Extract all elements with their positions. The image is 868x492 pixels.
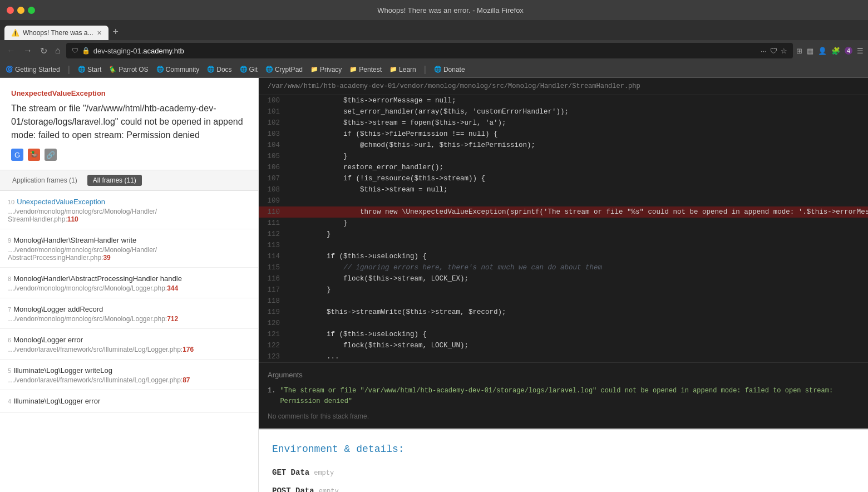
titlebar: Whoops! There was an error. - Mozilla Fi…	[0, 0, 868, 20]
bookmark-label: CryptPad	[275, 66, 303, 73]
tab-close-button[interactable]: ✕	[97, 29, 102, 37]
env-details: Environment & details: GET Data empty PO…	[259, 429, 868, 492]
lock-icon: 🔒	[82, 47, 90, 55]
bookmark-privacy[interactable]: 📁 Privacy	[310, 66, 342, 73]
code-viewer[interactable]: 100 $this->errorMessage = null; 101 set_…	[259, 95, 868, 492]
bookmark-label: Getting Started	[15, 66, 60, 73]
url-domain: academy.htb	[143, 47, 184, 55]
firefox-icon[interactable]: 4	[845, 47, 852, 55]
bookmark-donate[interactable]: 🌐 Donate	[434, 66, 465, 73]
sync-icon[interactable]: 👤	[818, 47, 827, 55]
tab-favicon: ⚠️	[11, 29, 19, 37]
stack-frame-4[interactable]: 4Illuminate\Log\Logger error	[0, 390, 258, 413]
code-line-106: 106 restore_error_handler();	[259, 162, 868, 173]
frame-filters: Application frames (1) All frames (11)	[0, 170, 258, 191]
url-prefix: dev-staging-01.	[93, 47, 144, 55]
main-content: UnexpectedValueException The stream or f…	[0, 78, 868, 492]
bookmark-parrot[interactable]: 🦜 Parrot OS	[109, 66, 148, 73]
post-data-label: POST Data	[272, 485, 314, 492]
get-data-label: GET Data	[272, 466, 309, 479]
stack-frame-8[interactable]: 8Monolog\Handler\AbstractProcessingHandl…	[0, 268, 258, 298]
bookmark-star-icon[interactable]: ☆	[781, 47, 787, 55]
stack-frame-6[interactable]: 6Monolog\Logger error …/vendor/laravel/f…	[0, 329, 258, 360]
code-line-108: 108 $this->stream = null;	[259, 184, 868, 195]
code-line-103: 103 if ($this->filePermission !== null) …	[259, 129, 868, 140]
code-line-114: 114 if ($this->useLocking) {	[259, 251, 868, 262]
close-button[interactable]	[7, 7, 14, 14]
duck-icon[interactable]: 🦆	[28, 149, 40, 161]
address-bar[interactable]: 🛡 🔒 dev-staging-01.academy.htb ··· 🛡 ☆	[66, 43, 793, 58]
donate-icon: 🌐	[434, 66, 442, 73]
google-icon[interactable]: G	[11, 149, 23, 161]
post-data-row: POST Data empty	[272, 485, 855, 492]
url-display: dev-staging-01.academy.htb	[93, 47, 757, 55]
privacy-icon: 📁	[310, 66, 318, 73]
get-data-row: GET Data empty	[272, 466, 855, 479]
bookmark-git[interactable]: 🌐 Git	[240, 66, 258, 73]
application-frames-filter[interactable]: Application frames (1)	[7, 175, 83, 186]
maximize-button[interactable]	[28, 7, 35, 14]
navbar: ← → ↻ ⌂ 🛡 🔒 dev-staging-01.academy.htb ·…	[0, 40, 868, 61]
error-message: The stream or file "/var/www/html/htb-ac…	[11, 102, 247, 142]
menu-icon[interactable]: ☰	[857, 47, 864, 55]
parrot-icon: 🦜	[109, 66, 117, 73]
extensions-icon[interactable]: ⊞	[796, 47, 802, 55]
addons-icon[interactable]: 🧩	[831, 47, 840, 55]
stack-frame-9[interactable]: 9Monolog\Handler\StreamHandler write …/v…	[0, 229, 258, 268]
bookmark-label: Learn	[399, 66, 416, 73]
get-data-value: empty	[314, 468, 334, 479]
bookmark-pentest[interactable]: 📁 Pentest	[349, 66, 382, 73]
stack-frame-7[interactable]: 7Monolog\Logger addRecord …/vendor/monol…	[0, 298, 258, 329]
stack-list: 10UnexpectedValueException …/vendor/mono…	[0, 191, 258, 492]
argument-1: 1. "The stream or file "/var/www/html/ht…	[268, 386, 859, 407]
bookmark-learn[interactable]: 📁 Learn	[389, 66, 416, 73]
community-icon: 🌐	[156, 66, 164, 73]
bookmark-getting-started[interactable]: 🌀 Getting Started	[6, 66, 60, 73]
active-tab[interactable]: ⚠️ Whoops! There was a... ✕	[4, 26, 108, 40]
git-icon: 🌐	[240, 66, 248, 73]
more-icon[interactable]: ···	[761, 47, 767, 55]
new-tab-button[interactable]: +	[108, 24, 124, 40]
post-data-value: empty	[319, 486, 339, 492]
error-type: UnexpectedValueException	[11, 89, 247, 97]
bookmark-cryptpad[interactable]: 🌐 CryptPad	[265, 66, 303, 73]
home-button[interactable]: ⌂	[53, 45, 63, 57]
code-line-105: 105 }	[259, 151, 868, 162]
code-line-120: 120	[259, 318, 868, 329]
bookmark-community[interactable]: 🌐 Community	[156, 66, 200, 73]
code-line-119: 119 $this->streamWrite($this->stream, $r…	[259, 307, 868, 318]
learn-icon: 📁	[389, 66, 397, 73]
bookmark-docs[interactable]: 🌐 Docs	[207, 66, 231, 73]
bookmark-label: Community	[166, 66, 200, 73]
tab-label: Whoops! There was a...	[23, 29, 93, 37]
code-line-111: 111 }	[259, 218, 868, 229]
reload-button[interactable]: ↻	[38, 45, 50, 57]
code-line-112: 112 }	[259, 229, 868, 240]
forward-button[interactable]: →	[21, 45, 34, 57]
arguments-label: Arguments	[268, 370, 859, 381]
back-button[interactable]: ←	[4, 45, 18, 57]
shield-verify-icon[interactable]: 🛡	[770, 47, 777, 55]
code-line-100: 100 $this->errorMessage = null;	[259, 95, 868, 106]
all-frames-filter[interactable]: All frames (11)	[87, 175, 142, 186]
code-line-101: 101 set_error_handler(array($this, 'cust…	[259, 106, 868, 117]
shield-icon: 🛡	[72, 47, 78, 55]
window-title: Whoops! There was an error. - Mozilla Fi…	[40, 6, 861, 14]
code-line-118: 118	[259, 296, 868, 307]
bookmark-label: Donate	[443, 66, 465, 73]
share-icon[interactable]: 🔗	[45, 149, 57, 161]
stack-frame-5[interactable]: 5Illuminate\Log\Logger writeLog …/vendor…	[0, 360, 258, 390]
tab-list-icon[interactable]: ▦	[807, 47, 813, 55]
code-line-121: 121 if ($this->useLocking) {	[259, 329, 868, 340]
stack-frame-10[interactable]: 10UnexpectedValueException …/vendor/mono…	[0, 191, 258, 229]
no-comments-text: No comments for this stack frame.	[268, 411, 859, 422]
bookmark-start[interactable]: 🌐 Start	[78, 66, 101, 73]
error-icons: G 🦆 🔗	[11, 149, 247, 161]
traffic-lights	[7, 7, 35, 14]
code-line-116: 116 flock($this->stream, LOCK_EX);	[259, 273, 868, 284]
arguments-section: Arguments 1. "The stream or file "/var/w…	[259, 362, 868, 429]
bookmark-label: Docs	[216, 66, 231, 73]
minimize-button[interactable]	[17, 7, 24, 14]
bookmarks-bar: 🌀 Getting Started | 🌐 Start 🦜 Parrot OS …	[0, 61, 868, 78]
getting-started-icon: 🌀	[6, 66, 13, 73]
